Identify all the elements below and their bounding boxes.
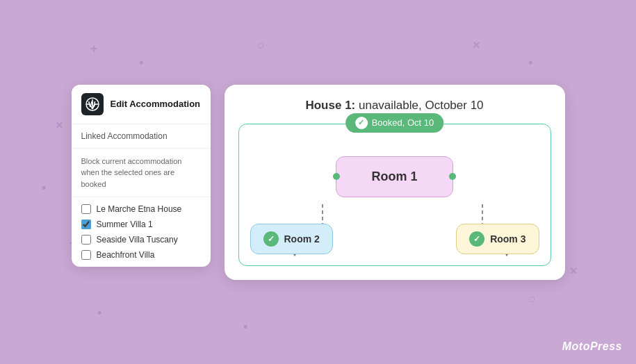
room1-wrapper: Room 1	[250, 156, 539, 197]
main-container: W Edit Accommodation Linked Accommodatio…	[72, 85, 565, 280]
room3-check-icon: ✓	[469, 231, 484, 247]
checkbox-label-1: Le Marche Etna House	[97, 204, 182, 214]
bg-dot-icon: •	[139, 56, 143, 70]
house-title-rest: unavailable, October 10	[355, 99, 483, 112]
left-panel: W Edit Accommodation Linked Accommodatio…	[72, 85, 211, 267]
booked-check-icon	[355, 117, 368, 129]
wp-logo-icon: W	[81, 93, 104, 115]
bottom-rooms: ✓ Room 2 ✓ Room 3	[250, 224, 539, 254]
house-title: House 1: unavailable, October 10	[238, 99, 551, 113]
checkbox-item-3[interactable]: Seaside Villa Tuscany	[81, 235, 201, 245]
checkbox-list: Le Marche Etna House Summer Villa 1 Seas…	[72, 197, 211, 267]
house-title-bold: House 1:	[305, 99, 355, 112]
bg-dot7-icon: •	[243, 320, 247, 334]
room3-box: ✓ Room 3	[456, 224, 539, 254]
room2-check-icon: ✓	[263, 231, 279, 247]
booked-badge: Booked, Oct 10	[345, 113, 444, 133]
right-panel: House 1: unavailable, October 10 Booked,…	[225, 85, 565, 280]
room2-label: Room 2	[284, 233, 320, 245]
svg-text:W: W	[88, 100, 96, 108]
room1-label: Room 1	[371, 169, 417, 183]
booked-badge-text: Booked, Oct 10	[372, 117, 434, 128]
checkbox-item-4[interactable]: Beachfront Villa	[81, 250, 201, 260]
linked-accommodation-label: Linked Accommodation	[72, 124, 211, 149]
checkbox-2[interactable]	[81, 220, 91, 229]
bg-x-icon: ×	[473, 38, 480, 53]
room1-right-dot	[449, 173, 456, 180]
checkbox-4[interactable]	[81, 250, 91, 260]
brand-name: MotoPress	[562, 340, 622, 353]
room1-box: Room 1	[336, 156, 452, 197]
checkbox-1[interactable]	[81, 204, 91, 214]
diagram-container: Booked, Oct 10 Room 1	[238, 124, 551, 266]
checkbox-label-2: Summer Villa 1	[97, 220, 153, 229]
bg-circle2-icon: ○	[528, 292, 536, 306]
bg-dot6-icon: •	[97, 306, 101, 320]
checkbox-item-1[interactable]: Le Marche Etna House	[81, 204, 201, 214]
room1-left-dot	[333, 173, 340, 180]
panel-header: W Edit Accommodation	[72, 85, 211, 124]
bg-plus-icon: +	[90, 42, 98, 56]
block-description: Block current accommodation when the sel…	[72, 149, 211, 198]
checkbox-label-3: Seaside Villa Tuscany	[97, 235, 178, 245]
bg-dot2-icon: •	[528, 56, 532, 70]
checkbox-label-4: Beachfront Villa	[97, 250, 155, 260]
room2-box: ✓ Room 2	[250, 224, 333, 254]
room3-label: Room 3	[490, 233, 525, 245]
bg-x3-icon: ×	[570, 264, 578, 279]
bg-x2-icon: ×	[56, 118, 63, 133]
edit-accommodation-title: Edit Accommodation	[111, 99, 201, 109]
bg-circle-icon: ○	[257, 38, 265, 53]
checkbox-3[interactable]	[81, 235, 91, 245]
checkbox-item-2[interactable]: Summer Villa 1	[81, 220, 201, 229]
bg-dot5-icon: •	[42, 181, 46, 195]
